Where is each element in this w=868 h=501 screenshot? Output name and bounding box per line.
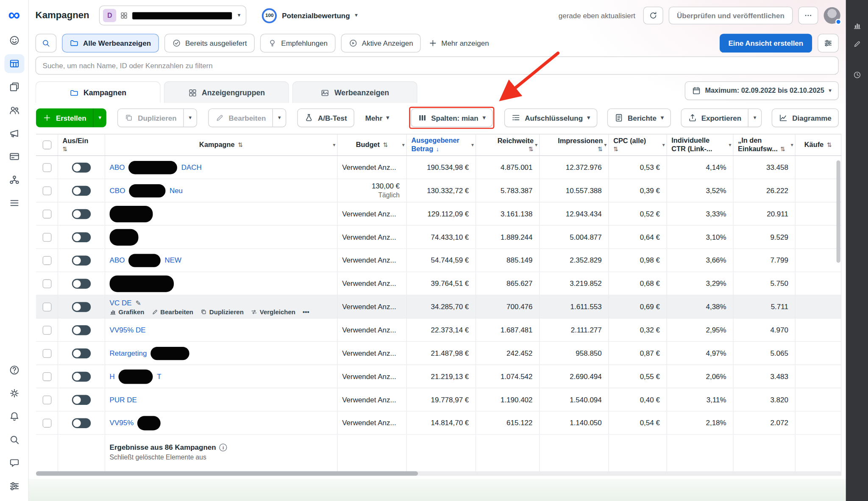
campaign-name-link[interactable]: CBO	[110, 185, 125, 196]
show-more-filters-button[interactable]: Mehr anzeigen	[426, 39, 491, 47]
filter-search-button[interactable]	[36, 34, 57, 53]
horizontal-scrollbar-thumb[interactable]	[36, 471, 418, 476]
campaign-name-link[interactable]: PUR DE	[110, 395, 137, 405]
filter-pill-aktive-anzeigen[interactable]: Aktive Anzeigen	[341, 34, 421, 53]
row-checkbox[interactable]	[42, 326, 51, 335]
refresh-button[interactable]	[643, 7, 663, 25]
duplicate-caret[interactable]: ▾	[183, 109, 196, 127]
campaign-toggle[interactable]	[72, 185, 91, 196]
column-header-budget[interactable]: Budget ⇅ ▾	[338, 134, 407, 155]
nav-campaigns-icon[interactable]	[4, 54, 24, 73]
column-header-ausgegebener-betrag[interactable]: Ausgegebener Betrag↓ ▾	[407, 134, 476, 155]
search-input[interactable]	[36, 56, 839, 75]
nav-home-icon[interactable]	[4, 31, 24, 50]
row-checkbox[interactable]	[42, 186, 51, 195]
rail-charts-button[interactable]	[850, 19, 863, 32]
edit-caret[interactable]: ▾	[273, 109, 286, 127]
column-header-cpc[interactable]: CPC (alle) ⇅ ▾	[609, 134, 667, 155]
campaign-toggle[interactable]	[72, 371, 91, 382]
sort-icon[interactable]: ⇅	[238, 141, 243, 149]
campaign-toggle[interactable]	[72, 279, 91, 289]
help-button[interactable]	[4, 361, 24, 379]
filter-pill-empfehlungen[interactable]: Empfehlungen	[260, 34, 335, 53]
export-button[interactable]: Exportieren ▾	[681, 108, 762, 127]
account-selector[interactable]: D ▾	[99, 6, 246, 25]
row-checkbox[interactable]	[42, 256, 51, 265]
rail-edit-button[interactable]	[850, 37, 863, 50]
meta-logo-icon[interactable]: ∞	[8, 7, 20, 23]
campaign-name-link[interactable]: ABO	[110, 255, 125, 266]
edit-name-icon[interactable]: ✎	[136, 298, 141, 308]
view-settings-button[interactable]	[818, 34, 839, 53]
campaign-name-link[interactable]: Retargeting	[110, 348, 147, 358]
more-button[interactable]: Mehr ▾	[365, 108, 389, 127]
column-menu-caret[interactable]: ▾	[535, 142, 537, 148]
column-menu-caret[interactable]: ▾	[604, 142, 607, 148]
column-header-einkaufswagen[interactable]: „In den Einkaufsw...⇅ ▾	[734, 134, 796, 155]
vertical-scrollbar-thumb[interactable]	[837, 161, 840, 263]
info-icon[interactable]: i	[219, 443, 227, 451]
campaign-name-link[interactable]: NEW	[165, 255, 182, 266]
row-checkbox[interactable]	[42, 163, 51, 172]
column-header-kampagne[interactable]: Kampagne ⇅ ▾	[105, 134, 338, 155]
campaign-name-link[interactable]: T	[157, 371, 161, 382]
row-action-duplizieren[interactable]: Duplizieren	[200, 309, 244, 316]
nav-pages-icon[interactable]	[4, 78, 24, 96]
global-search-button[interactable]	[4, 430, 24, 449]
reports-button[interactable]: Berichte ▾	[607, 108, 671, 127]
notifications-button[interactable]	[4, 407, 24, 426]
columns-button[interactable]: Spalten: mian ▾	[411, 108, 493, 127]
campaign-toggle[interactable]	[72, 348, 91, 358]
campaign-toggle[interactable]	[72, 395, 91, 405]
column-menu-caret[interactable]: ▾	[729, 142, 731, 148]
filter-pill-alle-werbeanzeigen[interactable]: Alle Werbeanzeigen	[62, 34, 159, 53]
export-caret[interactable]: ▾	[748, 109, 761, 127]
campaign-name-link[interactable]: ABO	[110, 162, 125, 172]
campaign-name-link[interactable]: H	[110, 371, 115, 382]
horizontal-scrollbar[interactable]	[36, 471, 841, 476]
settings-button[interactable]	[4, 384, 24, 402]
row-checkbox[interactable]	[42, 302, 51, 311]
column-header-kaeufe[interactable]: Käufe ⇅	[796, 134, 841, 155]
create-button[interactable]: Erstellen ▾	[36, 108, 106, 127]
rail-history-button[interactable]	[850, 68, 863, 81]
campaign-name-link[interactable]: Neu	[170, 185, 183, 196]
column-menu-caret[interactable]: ▾	[333, 142, 336, 148]
filter-pill-bereits-ausgeliefert[interactable]: Bereits ausgeliefert	[164, 34, 254, 53]
campaign-name-link[interactable]: DACH	[181, 162, 202, 172]
row-action-vergleichen[interactable]: Vergleichen	[251, 309, 295, 316]
preferences-button[interactable]	[4, 477, 24, 495]
campaign-toggle[interactable]	[72, 302, 91, 312]
opportunity-score[interactable]: 100 Potenzialbewertung ▾	[262, 8, 358, 23]
column-menu-caret[interactable]: ▾	[662, 142, 665, 148]
nav-all-tools-icon[interactable]	[4, 194, 24, 212]
row-action-bearbeiten[interactable]: Bearbeiten	[151, 309, 193, 316]
column-menu-caret[interactable]: ▾	[471, 142, 474, 148]
row-checkbox[interactable]	[42, 418, 51, 427]
sort-icon[interactable]: ⇅	[383, 141, 388, 149]
row-checkbox[interactable]	[42, 349, 51, 358]
feedback-button[interactable]	[4, 454, 24, 472]
campaign-toggle[interactable]	[72, 209, 91, 219]
edit-button[interactable]: Bearbeiten ▾	[208, 108, 286, 127]
select-all-checkbox[interactable]	[42, 141, 51, 149]
campaign-toggle[interactable]	[72, 325, 91, 335]
tab-werbeanzeigen[interactable]: Werbeanzeigen	[292, 81, 417, 103]
nav-ads-icon[interactable]	[4, 124, 24, 143]
campaign-toggle[interactable]	[72, 232, 91, 242]
campaign-name-link[interactable]: VV95% DE	[110, 325, 146, 335]
campaign-toggle[interactable]	[72, 162, 91, 172]
campaign-name-link[interactable]: VV95%	[110, 418, 134, 428]
breakdown-button[interactable]: Aufschlüsselung ▾	[504, 108, 597, 127]
row-checkbox[interactable]	[42, 209, 51, 218]
column-menu-caret[interactable]: ▾	[402, 142, 405, 148]
campaign-toggle[interactable]	[72, 255, 91, 266]
column-header-impressionen[interactable]: Impressionen ⇅ ▾	[540, 134, 609, 155]
nav-audiences-icon[interactable]	[4, 101, 24, 119]
nav-assets-icon[interactable]	[4, 170, 24, 189]
ab-test-button[interactable]: A/B-Test	[298, 108, 354, 127]
sort-desc-icon[interactable]: ↓	[436, 146, 439, 152]
row-action-[interactable]: •••	[303, 309, 309, 316]
date-range-selector[interactable]: Maximum: 02.09.2022 bis 02.10.2025 ▾	[684, 81, 839, 100]
sort-icon[interactable]: ⇅	[827, 141, 832, 149]
